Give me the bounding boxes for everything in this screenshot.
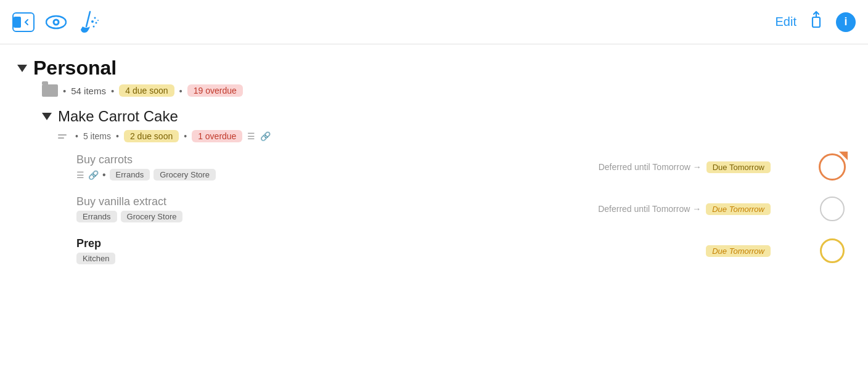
sub-project-meta: • 5 items • 2 due soon • 1 overdue ☰ 🔗 bbox=[58, 130, 851, 142]
svg-point-6 bbox=[96, 22, 97, 23]
clean-icon[interactable] bbox=[78, 9, 102, 35]
task-item-buy-carrots: Buy carrots ☰ 🔗 • Errands Grocery Store … bbox=[76, 153, 851, 181]
sub-project-header: Make Carrot Cake bbox=[42, 108, 851, 125]
task-icon-link: 🔗 bbox=[88, 170, 99, 180]
personal-items-count: 54 items bbox=[71, 86, 106, 96]
task-due-area-3: Due Tomorrow bbox=[706, 245, 814, 257]
sub-project-lines-icon bbox=[58, 134, 70, 139]
info-icon[interactable]: i bbox=[836, 12, 856, 32]
task-item-buy-vanilla: Buy vanilla extract Errands Grocery Stor… bbox=[76, 195, 851, 222]
personal-section-header: Personal bbox=[17, 57, 851, 79]
svg-line-3 bbox=[86, 12, 90, 26]
circle-orange-flag[interactable] bbox=[819, 153, 846, 181]
toolbar-right: Edit i bbox=[776, 10, 856, 34]
circle-area-2 bbox=[814, 197, 851, 221]
dot-7: • bbox=[102, 169, 106, 181]
task-row-3: Prep Kitchen Due Tomorrow bbox=[76, 237, 851, 264]
share-icon[interactable] bbox=[808, 10, 825, 34]
task-name-buy-carrots[interactable]: Buy carrots bbox=[76, 153, 599, 166]
task-row-2: Buy vanilla extract Errands Grocery Stor… bbox=[76, 195, 851, 222]
svg-point-5 bbox=[94, 17, 96, 18]
task-due-area-2: Deferred until Tomorrow → Due Tomorrow bbox=[598, 203, 814, 215]
circle-area-3 bbox=[814, 238, 851, 263]
sub-project-title: Make Carrot Cake bbox=[58, 108, 178, 125]
svg-point-4 bbox=[91, 20, 94, 23]
task-content-2: Buy vanilla extract Errands Grocery Stor… bbox=[76, 195, 851, 222]
task-left-3: Prep Kitchen bbox=[76, 237, 706, 264]
sub-due-soon-badge[interactable]: 2 due soon bbox=[124, 130, 179, 142]
personal-overdue-badge[interactable]: 19 overdue bbox=[187, 84, 243, 97]
task-list-icon: ☰ bbox=[247, 131, 255, 141]
tag-errands-1[interactable]: Errands bbox=[110, 169, 150, 181]
broom-svg bbox=[78, 9, 102, 35]
deferred-text-1: Deferred until Tomorrow → bbox=[599, 162, 702, 172]
task-tags-2: Errands Grocery Store bbox=[76, 211, 598, 222]
task-name-prep[interactable]: Prep bbox=[76, 237, 706, 250]
circle-yellow[interactable] bbox=[820, 238, 845, 263]
due-badge-2: Due Tomorrow bbox=[706, 203, 771, 215]
dot-2: • bbox=[111, 86, 114, 96]
personal-meta: • 54 items • 4 due soon • 19 overdue bbox=[42, 84, 851, 97]
svg-point-2 bbox=[55, 20, 58, 23]
task-content-1: Buy carrots ☰ 🔗 • Errands Grocery Store … bbox=[76, 153, 851, 181]
dot-5: • bbox=[116, 131, 119, 141]
task-left-1: Buy carrots ☰ 🔗 • Errands Grocery Store bbox=[76, 153, 599, 181]
due-badge-1: Due Tomorrow bbox=[706, 161, 771, 173]
personal-collapse-toggle[interactable] bbox=[17, 65, 27, 72]
eye-icon[interactable] bbox=[46, 15, 67, 30]
circle-grey[interactable] bbox=[820, 197, 845, 221]
line-2 bbox=[58, 137, 64, 139]
sub-overdue-badge[interactable]: 1 overdue bbox=[192, 130, 242, 142]
dot-1: • bbox=[63, 86, 66, 96]
sidebar-toggle-button[interactable] bbox=[12, 12, 35, 32]
sub-items-count: 5 items bbox=[83, 131, 111, 141]
share-svg bbox=[808, 10, 825, 30]
task-icon-list: ☰ bbox=[76, 170, 84, 180]
task-tags-1: ☰ 🔗 • Errands Grocery Store bbox=[76, 169, 599, 181]
task-due-area-1: Deferred until Tomorrow → Due Tomorrow bbox=[599, 161, 814, 173]
main-content: Personal • 54 items • 4 due soon • 19 ov… bbox=[0, 44, 868, 291]
personal-title: Personal bbox=[33, 57, 117, 79]
toolbar-left bbox=[12, 9, 766, 35]
toolbar: Edit i bbox=[0, 0, 868, 44]
task-row-1: Buy carrots ☰ 🔗 • Errands Grocery Store … bbox=[76, 153, 851, 181]
dot-6: • bbox=[184, 131, 187, 141]
tag-errands-2[interactable]: Errands bbox=[76, 211, 117, 222]
due-badge-3: Due Tomorrow bbox=[706, 245, 771, 257]
tag-kitchen[interactable]: Kitchen bbox=[76, 253, 115, 264]
task-list: Buy carrots ☰ 🔗 • Errands Grocery Store … bbox=[76, 153, 851, 264]
task-item-prep: Prep Kitchen Due Tomorrow bbox=[76, 237, 851, 264]
dot-4: • bbox=[75, 131, 78, 141]
task-left-2: Buy vanilla extract Errands Grocery Stor… bbox=[76, 195, 598, 222]
folder-icon bbox=[42, 84, 58, 97]
sub-project-collapse-toggle[interactable] bbox=[42, 113, 52, 120]
sidebar-toggle-inner bbox=[14, 17, 21, 28]
tag-grocery-1[interactable]: Grocery Store bbox=[154, 169, 216, 181]
make-carrot-cake-section: Make Carrot Cake • 5 items • 2 due soon … bbox=[42, 108, 851, 264]
svg-point-8 bbox=[97, 20, 99, 21]
info-label: i bbox=[844, 15, 847, 28]
eye-svg bbox=[46, 15, 67, 30]
attachment-icon: 🔗 bbox=[260, 131, 271, 141]
task-tags-3: Kitchen bbox=[76, 253, 706, 264]
chevron-left-icon bbox=[23, 18, 30, 26]
deferred-text-2: Deferred until Tomorrow → bbox=[598, 204, 701, 214]
task-content-3: Prep Kitchen Due Tomorrow bbox=[76, 237, 851, 264]
task-name-buy-vanilla[interactable]: Buy vanilla extract bbox=[76, 195, 598, 208]
circle-area-1 bbox=[814, 153, 851, 181]
edit-button[interactable]: Edit bbox=[776, 15, 796, 29]
tag-grocery-2[interactable]: Grocery Store bbox=[121, 211, 183, 222]
svg-point-7 bbox=[93, 25, 95, 27]
dot-3: • bbox=[179, 86, 182, 96]
svg-rect-9 bbox=[813, 17, 820, 27]
flag-icon bbox=[837, 152, 848, 163]
line-1 bbox=[58, 134, 67, 136]
personal-due-soon-badge[interactable]: 4 due soon bbox=[119, 84, 174, 97]
